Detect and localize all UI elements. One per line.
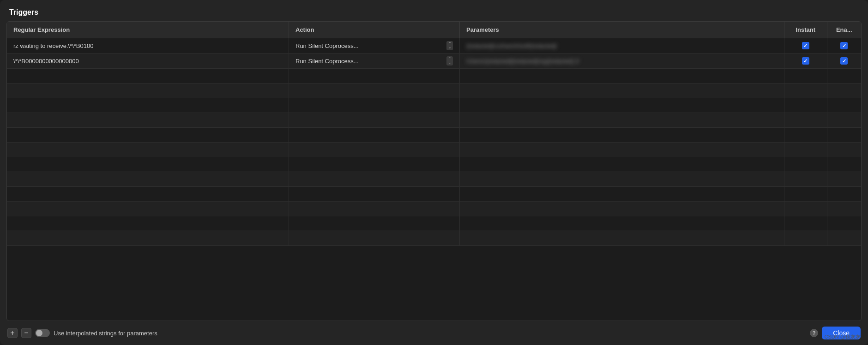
table-row[interactable]: rz waiting to receive.\*\*B0100Run Silen… xyxy=(7,38,861,54)
header-parameters: Parameters xyxy=(460,22,784,38)
empty-cell xyxy=(460,83,784,98)
empty-cell xyxy=(784,128,827,143)
empty-cell xyxy=(784,216,827,231)
add-trigger-button[interactable]: + xyxy=(7,328,18,338)
empty-cell xyxy=(784,202,827,216)
action-text: Run Silent Coprocess... xyxy=(295,42,444,49)
empty-cell xyxy=(827,202,861,216)
action-stepper[interactable] xyxy=(446,56,453,65)
empty-cell xyxy=(7,69,289,83)
empty-row xyxy=(7,202,861,216)
empty-cell xyxy=(7,231,289,246)
empty-row xyxy=(7,69,861,83)
empty-row xyxy=(7,113,861,128)
empty-cell xyxy=(460,216,784,231)
empty-cell xyxy=(460,113,784,128)
empty-cell xyxy=(7,113,289,128)
empty-cell xyxy=(289,143,460,157)
empty-cell xyxy=(827,98,861,113)
empty-cell xyxy=(7,216,289,231)
empty-cell xyxy=(784,98,827,113)
empty-row xyxy=(7,83,861,98)
empty-cell xyxy=(827,157,861,172)
empty-cell xyxy=(7,172,289,187)
empty-row xyxy=(7,231,861,246)
empty-cell xyxy=(460,202,784,216)
footer: + − Use interpolated strings for paramet… xyxy=(0,321,868,345)
help-button[interactable]: ? xyxy=(810,329,818,337)
empty-cell xyxy=(460,128,784,143)
empty-cell xyxy=(289,157,460,172)
empty-cell xyxy=(827,172,861,187)
action-stepper[interactable] xyxy=(446,41,453,50)
header-action: Action xyxy=(289,22,460,38)
empty-cell xyxy=(827,216,861,231)
empty-cell xyxy=(7,143,289,157)
cell-enabled[interactable] xyxy=(827,54,861,69)
empty-cell xyxy=(460,143,784,157)
empty-row xyxy=(7,187,861,202)
empty-cell xyxy=(460,172,784,187)
empty-cell xyxy=(827,231,861,246)
empty-cell xyxy=(784,187,827,202)
empty-cell xyxy=(784,83,827,98)
cell-action[interactable]: Run Silent Coprocess... xyxy=(289,54,460,69)
empty-cell xyxy=(289,172,460,187)
cell-regex: \*\*B0000000000000000 xyxy=(7,54,289,69)
empty-cell xyxy=(460,69,784,83)
empty-cell xyxy=(289,231,460,246)
table-row[interactable]: \*\*B0000000000000000Run Silent Coproces… xyxy=(7,54,861,69)
cell-params: /[redacted]/cvzhanchi/soft/[redacted]/ xyxy=(460,38,784,54)
instant-checkbox[interactable] xyxy=(802,57,809,65)
empty-cell xyxy=(289,69,460,83)
empty-cell xyxy=(784,113,827,128)
empty-cell xyxy=(289,216,460,231)
empty-cell xyxy=(289,98,460,113)
empty-cell xyxy=(7,157,289,172)
empty-cell xyxy=(784,231,827,246)
empty-cell xyxy=(7,128,289,143)
empty-cell xyxy=(7,83,289,98)
empty-cell xyxy=(827,113,861,128)
remove-trigger-button[interactable]: − xyxy=(21,328,31,338)
empty-cell xyxy=(7,98,289,113)
cell-regex: rz waiting to receive.\*\*B0100 xyxy=(7,38,289,54)
empty-cell xyxy=(289,83,460,98)
interpolated-label: Use interpolated strings for parameters xyxy=(54,330,806,337)
instant-checkbox[interactable] xyxy=(802,42,809,49)
empty-row xyxy=(7,128,861,143)
empty-cell xyxy=(7,187,289,202)
empty-cell xyxy=(460,157,784,172)
header-regex: Regular Expression xyxy=(7,22,289,38)
empty-row xyxy=(7,216,861,231)
empty-cell xyxy=(289,113,460,128)
empty-row xyxy=(7,143,861,157)
triggers-table: Regular Expression Action Parameters Ins… xyxy=(7,22,861,246)
enabled-checkbox[interactable] xyxy=(840,42,848,49)
header-instant: Instant xyxy=(784,22,827,38)
empty-cell xyxy=(460,187,784,202)
cell-action[interactable]: Run Silent Coprocess... xyxy=(289,38,460,54)
cell-params: /Users/c[redacted]/[redacted]/org/[redac… xyxy=(460,54,784,69)
empty-cell xyxy=(289,128,460,143)
cell-enabled[interactable] xyxy=(827,38,861,54)
empty-cell xyxy=(460,98,784,113)
empty-cell xyxy=(784,157,827,172)
empty-cell xyxy=(289,187,460,202)
params-text: /[redacted]/cvzhanchi/soft/[redacted]/ xyxy=(466,43,557,49)
empty-cell xyxy=(7,202,289,216)
dialog-title: Triggers xyxy=(0,0,868,21)
empty-row xyxy=(7,98,861,113)
empty-row xyxy=(7,157,861,172)
empty-cell xyxy=(289,202,460,216)
cell-instant[interactable] xyxy=(784,38,827,54)
empty-row xyxy=(7,172,861,187)
empty-cell xyxy=(784,69,827,83)
action-text: Run Silent Coprocess... xyxy=(295,58,444,65)
cell-instant[interactable] xyxy=(784,54,827,69)
interpolated-toggle[interactable] xyxy=(35,329,50,337)
enabled-checkbox[interactable] xyxy=(840,57,848,65)
table-body: rz waiting to receive.\*\*B0100Run Silen… xyxy=(7,38,861,246)
empty-cell xyxy=(460,231,784,246)
empty-cell xyxy=(827,128,861,143)
